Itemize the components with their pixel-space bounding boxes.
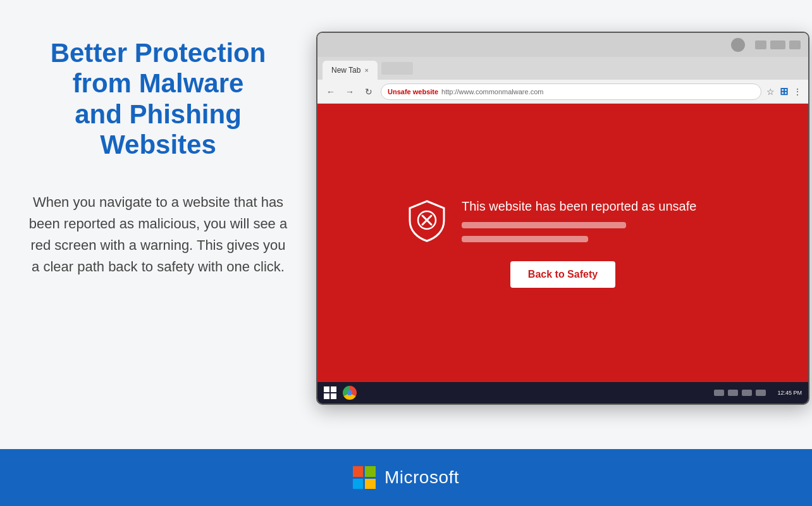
- close-button[interactable]: [789, 40, 801, 49]
- main-content: Better Protection from Malware and Phish…: [0, 0, 812, 449]
- menu-icon[interactable]: ⋮: [793, 87, 802, 97]
- unsafe-label: Unsafe website: [388, 88, 438, 96]
- tab-close-icon[interactable]: ×: [364, 66, 368, 74]
- extensions-icon[interactable]: ⊞: [780, 85, 788, 97]
- browser-user-icon: [731, 38, 745, 52]
- shield-warning-icon: [405, 198, 449, 242]
- new-tab-placeholder: [381, 62, 413, 75]
- warning-detail-bar-1: [462, 222, 626, 228]
- description-text: When you navigate to a website that has …: [25, 192, 291, 278]
- chrome-icon[interactable]: [343, 386, 357, 400]
- browser-nav-bar: ← → ↻ Unsafe website http://www.commonma…: [317, 80, 808, 104]
- browser-content: This website has been reported as unsafe…: [317, 104, 808, 382]
- title-line4: Websites: [100, 130, 216, 159]
- taskbar-icon-3: [742, 390, 752, 396]
- title-line3: and Phishing: [75, 99, 242, 129]
- brand-name: Microsoft: [384, 467, 459, 488]
- browser-taskbar: 12:45 PM: [317, 382, 808, 404]
- microsoft-logo: [353, 466, 376, 489]
- url-text: http://www.commonmalware.com: [441, 88, 543, 96]
- logo-square-green: [365, 466, 376, 477]
- title-line1: Better Protection: [51, 38, 266, 68]
- refresh-button[interactable]: ↻: [362, 87, 376, 97]
- footer: Microsoft: [0, 449, 812, 506]
- maximize-button[interactable]: [770, 40, 785, 49]
- page-title: Better Protection from Malware and Phish…: [25, 38, 291, 160]
- browser-mockup: New Tab × ← → ↻ Unsafe website http://ww…: [316, 32, 809, 405]
- browser-title-bar: [317, 33, 808, 57]
- title-line2: from Malware: [73, 68, 244, 98]
- logo-square-yellow: [365, 479, 376, 490]
- browser-tab[interactable]: New Tab ×: [323, 61, 378, 80]
- taskbar-icon-2: [728, 390, 738, 396]
- tab-label: New Tab: [331, 66, 360, 75]
- nav-icons: ☆ ⊞ ⋮: [766, 85, 802, 97]
- back-to-safety-button[interactable]: Back to Safety: [510, 261, 615, 288]
- back-button[interactable]: ←: [324, 87, 338, 97]
- right-panel: New Tab × ← → ↻ Unsafe website http://ww…: [316, 25, 809, 436]
- taskbar-icon-4: [756, 390, 766, 396]
- left-panel: Better Protection from Malware and Phish…: [25, 25, 291, 436]
- start-button[interactable]: [324, 386, 336, 399]
- address-bar[interactable]: Unsafe website http://www.commonmalware.…: [381, 83, 761, 100]
- taskbar-icon-1: [714, 390, 724, 396]
- minimize-button[interactable]: [755, 40, 766, 49]
- forward-button[interactable]: →: [343, 87, 357, 97]
- logo-square-blue: [353, 479, 364, 490]
- warning-detail-bar-2: [462, 236, 588, 242]
- warning-text-section: This website has been reported as unsafe: [462, 198, 696, 242]
- warning-section: This website has been reported as unsafe: [405, 198, 721, 242]
- browser-tab-bar: New Tab ×: [317, 57, 808, 80]
- taskbar-system-icons: [714, 390, 766, 396]
- logo-square-red: [353, 466, 364, 477]
- taskbar-time: 12:45 PM: [777, 390, 802, 396]
- warning-title: This website has been reported as unsafe: [462, 198, 696, 214]
- star-icon[interactable]: ☆: [766, 87, 775, 97]
